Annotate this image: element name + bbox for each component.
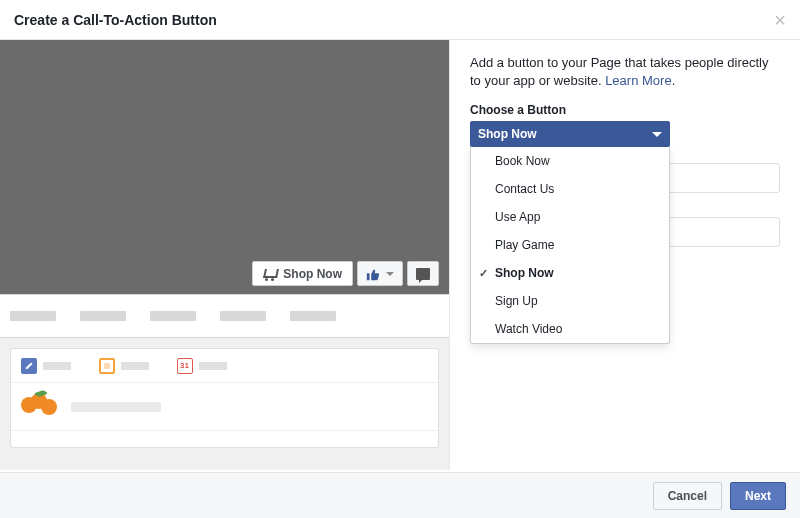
dropdown-option-book-now[interactable]: Book Now: [471, 147, 669, 175]
preview-pane: Shop Now: [0, 40, 450, 470]
composer-footer: [11, 431, 438, 447]
tab-placeholder: [150, 311, 196, 321]
close-icon[interactable]: ×: [774, 10, 786, 30]
dropdown-selected-label: Shop Now: [478, 127, 537, 141]
choose-button-label: Choose a Button: [470, 103, 780, 117]
composer-area: [0, 338, 449, 458]
cover-photo-area: Shop Now: [0, 40, 449, 294]
dropdown-option-watch-video[interactable]: Watch Video: [471, 315, 669, 343]
cta-preview-label: Shop Now: [283, 267, 342, 281]
dropdown-toggle[interactable]: Shop Now: [470, 121, 670, 147]
dropdown-option-use-app[interactable]: Use App: [471, 203, 669, 231]
tab-placeholder: [290, 311, 336, 321]
next-button[interactable]: Next: [730, 482, 786, 510]
pencil-icon: [21, 358, 37, 374]
chevron-down-icon: [386, 272, 394, 276]
learn-more-link[interactable]: Learn More: [605, 73, 671, 88]
dropdown-list: Book Now Contact Us Use App Play Game Sh…: [470, 147, 670, 344]
composer: [10, 348, 439, 448]
cta-bar: Shop Now: [252, 261, 439, 286]
dropdown-option-play-game[interactable]: Play Game: [471, 231, 669, 259]
tab-placeholder: [10, 311, 56, 321]
message-button[interactable]: [407, 261, 439, 286]
cta-preview-button[interactable]: Shop Now: [252, 261, 353, 286]
composer-tab-event[interactable]: [177, 358, 227, 374]
tab-placeholder: [220, 311, 266, 321]
composer-tab-status[interactable]: [21, 358, 71, 374]
tab-placeholder: [80, 311, 126, 321]
text-placeholder: [71, 402, 161, 412]
modal-footer: Cancel Next: [0, 472, 800, 518]
photo-icon: [99, 358, 115, 374]
dropdown-option-contact-us[interactable]: Contact Us: [471, 175, 669, 203]
form-description: Add a button to your Page that takes peo…: [470, 54, 780, 89]
form-pane: Add a button to your Page that takes peo…: [450, 40, 800, 470]
composer-tab-photo[interactable]: [99, 358, 149, 374]
label-placeholder: [199, 362, 227, 370]
label-placeholder: [43, 362, 71, 370]
dropdown-option-shop-now[interactable]: Shop Now: [471, 259, 669, 287]
cancel-button[interactable]: Cancel: [653, 482, 722, 510]
calendar-icon: [177, 358, 193, 374]
modal-body: Shop Now: [0, 40, 800, 470]
chevron-down-icon: [652, 132, 662, 137]
dropdown-option-sign-up[interactable]: Sign Up: [471, 287, 669, 315]
message-icon: [416, 268, 430, 280]
composer-body: [11, 383, 438, 431]
modal-header: Create a Call-To-Action Button ×: [0, 0, 800, 40]
page-nav-tabs: [0, 294, 449, 338]
composer-header: [11, 349, 438, 383]
like-button[interactable]: [357, 261, 403, 286]
thumbs-up-icon: [366, 267, 380, 281]
label-placeholder: [121, 362, 149, 370]
page-avatar: [21, 393, 61, 421]
cart-icon: [263, 268, 277, 280]
modal-title: Create a Call-To-Action Button: [14, 12, 217, 28]
button-type-dropdown[interactable]: Shop Now Book Now Contact Us Use App Pla…: [470, 121, 670, 147]
